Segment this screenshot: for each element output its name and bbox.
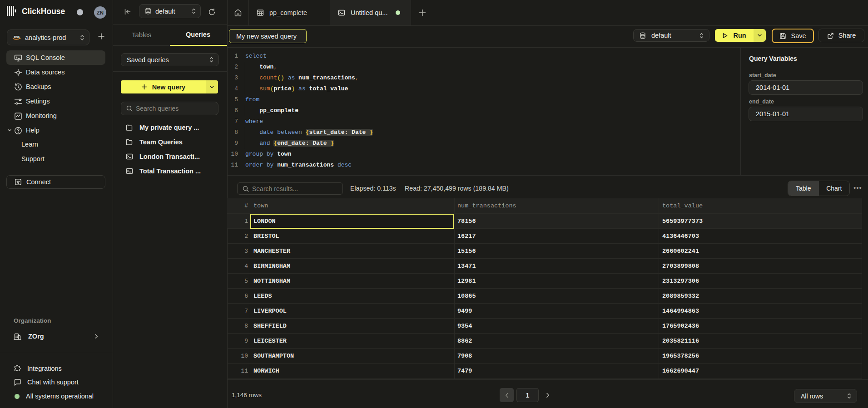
svg-text:aws: aws — [14, 35, 20, 38]
